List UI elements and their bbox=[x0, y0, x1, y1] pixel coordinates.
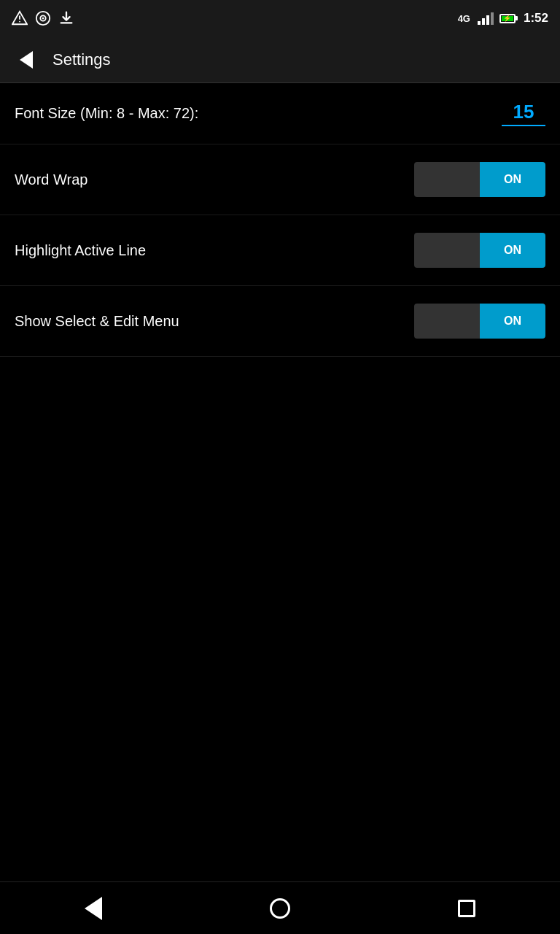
svg-point-3 bbox=[42, 18, 44, 20]
show-select-edit-menu-off-area bbox=[414, 304, 480, 339]
bottom-nav bbox=[0, 881, 560, 934]
show-select-edit-menu-label: Show Select & Edit Menu bbox=[15, 313, 179, 330]
font-size-label: Font Size (Min: 8 - Max: 72): bbox=[15, 105, 198, 122]
highlight-active-line-label: Highlight Active Line bbox=[15, 242, 146, 259]
nav-home-button[interactable] bbox=[258, 887, 302, 930]
font-size-value[interactable]: 15 bbox=[502, 101, 545, 126]
word-wrap-off-area bbox=[414, 162, 480, 197]
battery-icon: ⚡ bbox=[499, 14, 518, 23]
word-wrap-toggle[interactable]: ON bbox=[414, 162, 545, 197]
status-bar: 4G ⚡ 1:52 bbox=[0, 0, 560, 36]
signal-label: 4G bbox=[458, 13, 470, 24]
app-title: Settings bbox=[52, 50, 111, 69]
status-bar-right: 4G ⚡ 1:52 bbox=[458, 11, 548, 26]
back-button[interactable] bbox=[12, 45, 41, 74]
download-icon bbox=[58, 10, 74, 26]
nav-home-icon bbox=[270, 898, 290, 919]
word-wrap-on-area: ON bbox=[480, 162, 545, 197]
word-wrap-on-text: ON bbox=[504, 173, 521, 186]
status-time: 1:52 bbox=[524, 11, 548, 26]
nav-recents-icon bbox=[458, 900, 475, 917]
back-chevron-icon bbox=[20, 51, 33, 69]
show-select-edit-menu-on-area: ON bbox=[480, 304, 545, 339]
signal-bars-icon bbox=[478, 12, 494, 25]
word-wrap-row: Word Wrap ON bbox=[0, 144, 560, 215]
highlight-active-line-row: Highlight Active Line ON bbox=[0, 215, 560, 286]
app-bar: Settings bbox=[0, 36, 560, 83]
disc-icon bbox=[35, 10, 51, 26]
show-select-edit-menu-on-text: ON bbox=[504, 314, 521, 328]
nav-back-icon bbox=[85, 897, 102, 920]
word-wrap-label: Word Wrap bbox=[15, 171, 88, 188]
nav-recents-button[interactable] bbox=[445, 887, 489, 930]
show-select-edit-menu-toggle[interactable]: ON bbox=[414, 304, 545, 339]
warning-icon bbox=[12, 10, 28, 26]
svg-point-0 bbox=[19, 21, 20, 23]
settings-content: Font Size (Min: 8 - Max: 72): 15 Word Wr… bbox=[0, 83, 560, 357]
show-select-edit-menu-row: Show Select & Edit Menu ON bbox=[0, 286, 560, 357]
highlight-active-line-off-area bbox=[414, 233, 480, 268]
status-bar-left bbox=[12, 10, 74, 26]
highlight-active-line-on-text: ON bbox=[504, 244, 521, 257]
font-size-row: Font Size (Min: 8 - Max: 72): 15 bbox=[0, 83, 560, 144]
highlight-active-line-toggle[interactable]: ON bbox=[414, 233, 545, 268]
highlight-active-line-on-area: ON bbox=[480, 233, 545, 268]
nav-back-button[interactable] bbox=[71, 887, 115, 930]
